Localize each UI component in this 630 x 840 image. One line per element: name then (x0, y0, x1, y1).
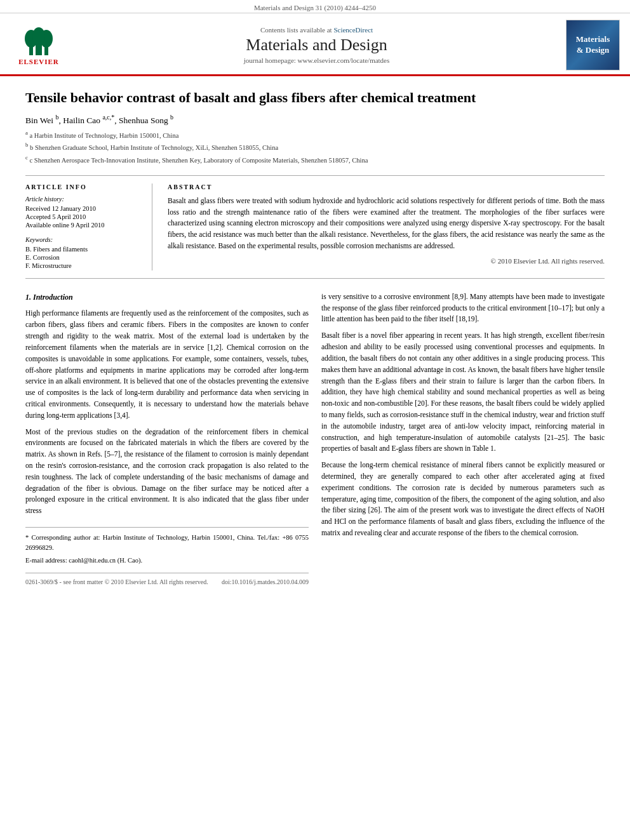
journal-citation: Materials and Design 31 (2010) 4244–4250 (254, 4, 376, 11)
keywords-section: Keywords: B. Fibers and filaments E. Cor… (25, 236, 142, 269)
article-title: Tensile behavior contrast of basalt and … (25, 89, 605, 107)
abstract-label: ABSTRACT (168, 183, 605, 190)
journal-homepage: journal homepage: www.elsevier.com/locat… (67, 57, 566, 64)
email-fn: E-mail address: caohl@hit.edu.cn (H. Cao… (25, 556, 309, 566)
affiliation-b: b b Shenzhen Graduate School, Harbin Ins… (25, 141, 605, 152)
affiliation-a: a a Harbin Institute of Technology, Harb… (25, 129, 605, 140)
keywords-label: Keywords: (25, 236, 142, 243)
body-right-column: is very sensitive to a corrosive environ… (321, 291, 605, 591)
elsevier-text: ELSEVIER (18, 58, 59, 65)
journal-header: ELSEVIER Contents lists available at Sci… (0, 16, 630, 76)
footnotes-area: * Corresponding author at: Harbin Instit… (25, 527, 309, 565)
copyright-text: © 2010 Elsevier Ltd. All rights reserved… (168, 257, 605, 265)
journal-center-info: Contents lists available at ScienceDirec… (67, 26, 566, 64)
main-content: Tensile behavior contrast of basalt and … (0, 76, 630, 604)
journal-title: Materials and Design (67, 36, 566, 55)
affiliations: a a Harbin Institute of Technology, Harb… (25, 129, 605, 165)
affiliation-c: c c Shenzhen Aerospace Tech-Innovation I… (25, 154, 605, 165)
bottom-bar: 0261-3069/$ - see front matter © 2010 El… (25, 573, 309, 591)
journal-cover-image: Materials & Design (566, 20, 620, 70)
top-bar: Materials and Design 31 (2010) 4244–4250 (0, 0, 630, 13)
abstract-text: Basalt and glass fibers were treated wit… (168, 196, 605, 252)
history-label: Article history: (25, 196, 142, 203)
intro-heading: 1. Introduction (25, 291, 309, 303)
received-date: Received 12 January 2010 (25, 205, 142, 212)
right-para-3: Because the long-term chemical resistanc… (321, 460, 605, 539)
issn-text: 0261-3069/$ - see front matter © 2010 El… (25, 577, 208, 587)
sciencedirect-link[interactable]: ScienceDirect (333, 26, 373, 34)
svg-point-5 (32, 27, 45, 45)
intro-para-2: Most of the previous studies on the degr… (25, 427, 309, 517)
abstract-section: ABSTRACT Basalt and glass fibers were tr… (168, 183, 605, 270)
body-left-column: 1. Introduction High performance filamen… (25, 291, 309, 591)
article-info-label: ARTICLE INFO (25, 183, 142, 190)
elsevier-logo: ELSEVIER (10, 25, 67, 65)
keyword-0: B. Fibers and filaments (25, 246, 142, 253)
authors-line: Bin Wei b, Hailin Cao a,c,*, Shenhua Son… (25, 114, 605, 126)
available-online-date: Available online 9 April 2010 (25, 222, 142, 229)
intro-para-1: High performance filaments are frequentl… (25, 308, 309, 421)
available-at-line: Contents lists available at ScienceDirec… (67, 26, 566, 34)
corresponding-author-fn: * Corresponding author at: Harbin Instit… (25, 533, 309, 553)
keyword-1: E. Corrosion (25, 254, 142, 261)
keyword-2: F. Microstructure (25, 262, 142, 269)
accepted-date: Accepted 5 April 2010 (25, 213, 142, 220)
right-para-1: is very sensitive to a corrosive environ… (321, 291, 605, 325)
doi-text: doi:10.1016/j.matdes.2010.04.009 (222, 577, 309, 587)
right-para-2: Basalt fiber is a novel fiber appearing … (321, 330, 605, 455)
article-info: ARTICLE INFO Article history: Received 1… (25, 183, 152, 270)
info-abstract-section: ARTICLE INFO Article history: Received 1… (25, 175, 605, 279)
body-columns: 1. Introduction High performance filamen… (25, 291, 605, 591)
